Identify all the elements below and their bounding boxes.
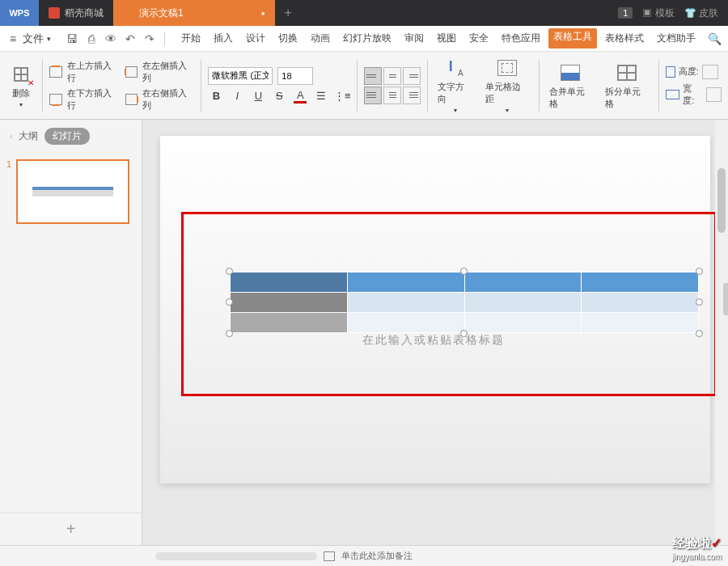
resize-handle[interactable]: [696, 298, 703, 306]
align-middle-center[interactable]: [383, 87, 401, 104]
tab-animation[interactable]: 动画: [306, 28, 335, 49]
menu-bar: ≡ 文件 ▾ 🖫 ⎙ 👁 ↶ ↷ 开始 插入 设计 切换 动画 幻灯片放映 审阅…: [0, 26, 728, 52]
canvas-viewport[interactable]: 在此输入或粘贴表格标题: [142, 120, 728, 545]
align-top-left[interactable]: [364, 67, 382, 85]
tab-security[interactable]: 安全: [464, 28, 493, 49]
insert-col-right[interactable]: 在右侧插入列: [125, 87, 195, 112]
insert-row-below-icon: [49, 94, 62, 105]
text-direction-button[interactable]: 文字方向▾: [434, 53, 476, 117]
tab-insert[interactable]: 插入: [209, 28, 238, 49]
search-icon[interactable]: 🔍: [708, 32, 722, 45]
tab-store[interactable]: 稻壳商城: [39, 0, 113, 26]
align-middle-right[interactable]: [403, 87, 421, 104]
resize-handle[interactable]: [696, 268, 703, 275]
file-menu[interactable]: ≡ 文件 ▾: [6, 32, 57, 46]
thumbnail-list: 1: [0, 153, 142, 513]
strikethrough-button[interactable]: S: [271, 88, 287, 104]
template-button[interactable]: ▣ 模板: [642, 6, 674, 20]
print-preview-icon[interactable]: 👁: [104, 32, 117, 45]
horizontal-scrollbar[interactable]: [155, 552, 317, 560]
col-width[interactable]: 宽度:: [666, 82, 722, 107]
font-size-select[interactable]: [277, 67, 313, 85]
notes-placeholder[interactable]: 单击此处添加备注: [341, 550, 413, 562]
tab-doc-helper[interactable]: 文档助手: [652, 28, 700, 49]
bold-button[interactable]: B: [208, 88, 224, 104]
insert-row-above-icon: [49, 66, 62, 78]
app-logo[interactable]: WPS: [0, 0, 39, 26]
merge-cells-button[interactable]: 合并单元格: [546, 58, 596, 113]
delete-button[interactable]: ✕ 删除 ▾: [6, 60, 36, 112]
numbering-button[interactable]: ⋮≡: [334, 88, 350, 104]
status-bar: 单击此处添加备注: [0, 545, 728, 566]
cell-margin-icon: [496, 57, 518, 79]
split-cell-button[interactable]: 拆分单元格: [602, 58, 652, 113]
bullets-button[interactable]: ☰: [313, 88, 329, 104]
save-icon[interactable]: 🖫: [66, 32, 78, 45]
insert-row-below[interactable]: 在下方插入行: [49, 87, 119, 112]
ribbon-toolbar: ✕ 删除 ▾ 在上方插入行 在下方插入行 在左侧插入列 在右侧插入列 B I U…: [0, 52, 728, 120]
tab-special[interactable]: 特色应用: [497, 28, 545, 49]
undo-icon[interactable]: ↶: [124, 32, 137, 45]
split-cell-icon: [616, 61, 638, 84]
row-height[interactable]: 高度:: [666, 65, 722, 79]
tab-design[interactable]: 设计: [241, 28, 270, 49]
selected-table[interactable]: [230, 272, 699, 333]
insert-col-right-icon: [125, 94, 138, 105]
delete-table-icon: ✕: [10, 63, 32, 86]
notes-icon[interactable]: [324, 551, 335, 561]
redo-icon[interactable]: ↷: [143, 32, 156, 45]
resize-handle[interactable]: [696, 330, 703, 337]
slide[interactable]: 在此输入或粘贴表格标题: [160, 136, 710, 484]
workspace: ‹ 大纲 幻灯片 1 + 在此输入或粘贴表格标题: [0, 120, 728, 545]
vertical-scrollbar[interactable]: [715, 120, 728, 545]
alignment-group: [364, 67, 421, 104]
tab-review[interactable]: 审阅: [400, 28, 429, 49]
panel-chevron-icon[interactable]: ‹: [10, 132, 12, 141]
tab-transition[interactable]: 切换: [273, 28, 303, 49]
height-icon: [666, 66, 675, 78]
align-top-center[interactable]: [383, 67, 401, 85]
tab-document[interactable]: 演示文稿1 ●: [113, 0, 275, 26]
insert-row-above[interactable]: 在上方插入行: [49, 60, 119, 84]
skin-button[interactable]: 👕 皮肤: [684, 6, 718, 20]
new-tab-button[interactable]: +: [275, 0, 302, 26]
store-icon: [49, 7, 60, 19]
slide-number: 1: [6, 159, 11, 224]
tab-view[interactable]: 视图: [432, 28, 461, 49]
tab-label: 稻壳商城: [65, 6, 104, 20]
width-icon: [666, 90, 680, 99]
side-panel-handle[interactable]: [723, 283, 728, 315]
font-family-select[interactable]: [208, 67, 273, 85]
slide-thumbnail[interactable]: 1: [6, 159, 135, 224]
underline-button[interactable]: U: [250, 88, 266, 104]
resize-handle[interactable]: [460, 268, 468, 275]
resize-handle[interactable]: [226, 268, 233, 275]
unsaved-dot-icon: ●: [261, 10, 265, 17]
presentation-icon: [123, 7, 134, 19]
align-top-right[interactable]: [403, 67, 421, 85]
canvas-area: 在此输入或粘贴表格标题: [142, 120, 728, 545]
print-icon[interactable]: ⎙: [85, 32, 98, 45]
resize-handle[interactable]: [226, 330, 233, 337]
hamburger-icon: ≡: [6, 32, 19, 45]
tab-table-style[interactable]: 表格样式: [600, 28, 649, 49]
resize-handle[interactable]: [226, 298, 233, 306]
tab-slideshow[interactable]: 幻灯片放映: [338, 28, 396, 49]
insert-col-left[interactable]: 在左侧插入列: [125, 60, 195, 84]
merge-cells-icon: [559, 61, 582, 84]
quick-access-toolbar: 🖫 ⎙ 👁 ↶ ↷: [59, 32, 163, 45]
tab-home[interactable]: 开始: [176, 28, 205, 49]
add-slide-button[interactable]: +: [0, 513, 142, 545]
slide-panel: ‹ 大纲 幻灯片 1 +: [0, 120, 142, 545]
ribbon-tabs: 开始 插入 设计 切换 动画 幻灯片放映 审阅 视图 安全 特色应用 表格工具 …: [176, 28, 700, 49]
font-color-button[interactable]: A: [292, 88, 308, 104]
tab-table-tools[interactable]: 表格工具: [548, 28, 597, 49]
outline-tab[interactable]: 大纲: [19, 129, 38, 143]
cell-margin-button[interactable]: 单元格边距▾: [482, 53, 532, 117]
italic-button[interactable]: I: [229, 88, 245, 104]
text-direction-icon: [444, 57, 467, 79]
watermark: 经验啦✓ jingyanla.com: [672, 535, 722, 561]
resize-handle[interactable]: [460, 330, 468, 337]
slides-tab[interactable]: 幻灯片: [44, 128, 90, 145]
align-middle-left[interactable]: [364, 87, 382, 104]
